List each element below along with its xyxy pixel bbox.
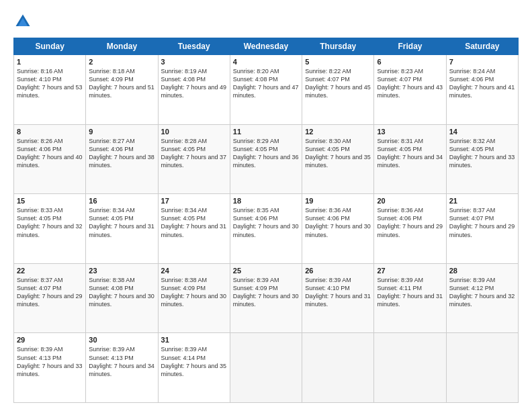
- day-info: Sunrise: 8:30 AMSunset: 4:05 PMDaylight:…: [305, 138, 371, 169]
- day-info: Sunrise: 8:19 AMSunset: 4:08 PMDaylight:…: [161, 68, 227, 99]
- day-number: 20: [377, 197, 443, 205]
- day-cell: [374, 333, 446, 403]
- day-info: Sunrise: 8:39 AMSunset: 4:13 PMDaylight:…: [89, 346, 154, 377]
- day-number: 23: [89, 267, 154, 275]
- header-day-thursday: Thursday: [302, 38, 374, 55]
- day-number: 26: [305, 267, 371, 275]
- day-info: Sunrise: 8:33 AMSunset: 4:05 PMDaylight:…: [17, 207, 83, 238]
- day-number: 27: [377, 267, 443, 275]
- day-number: 18: [233, 197, 299, 205]
- day-cell: 17 Sunrise: 8:34 AMSunset: 4:05 PMDaylig…: [158, 194, 230, 264]
- header-day-tuesday: Tuesday: [158, 38, 230, 55]
- day-cell: 31 Sunrise: 8:39 AMSunset: 4:14 PMDaylig…: [158, 333, 230, 403]
- day-number: 7: [449, 58, 515, 66]
- day-info: Sunrise: 8:35 AMSunset: 4:06 PMDaylight:…: [233, 207, 299, 238]
- day-cell: 15 Sunrise: 8:33 AMSunset: 4:05 PMDaylig…: [14, 194, 86, 264]
- day-cell: 2 Sunrise: 8:18 AMSunset: 4:09 PMDayligh…: [86, 55, 158, 125]
- day-cell: 27 Sunrise: 8:39 AMSunset: 4:11 PMDaylig…: [374, 263, 446, 333]
- day-number: 5: [305, 58, 371, 66]
- day-number: 21: [449, 197, 515, 205]
- day-cell: 7 Sunrise: 8:24 AMSunset: 4:06 PMDayligh…: [446, 55, 518, 125]
- day-info: Sunrise: 8:36 AMSunset: 4:06 PMDaylight:…: [377, 207, 443, 238]
- day-info: Sunrise: 8:16 AMSunset: 4:10 PMDaylight:…: [17, 68, 83, 99]
- day-number: 31: [161, 336, 227, 344]
- day-number: 4: [233, 58, 299, 66]
- day-info: Sunrise: 8:29 AMSunset: 4:05 PMDaylight:…: [233, 138, 299, 169]
- day-info: Sunrise: 8:37 AMSunset: 4:07 PMDaylight:…: [17, 277, 83, 308]
- day-cell: 16 Sunrise: 8:34 AMSunset: 4:05 PMDaylig…: [86, 194, 158, 264]
- header-day-wednesday: Wednesday: [230, 38, 302, 55]
- day-cell: 19 Sunrise: 8:36 AMSunset: 4:06 PMDaylig…: [302, 194, 374, 264]
- calendar-table: SundayMondayTuesdayWednesdayThursdayFrid…: [13, 38, 519, 403]
- week-row-3: 15 Sunrise: 8:33 AMSunset: 4:05 PMDaylig…: [14, 194, 519, 264]
- header-day-friday: Friday: [374, 38, 446, 55]
- day-number: 24: [161, 267, 227, 275]
- day-cell: 21 Sunrise: 8:37 AMSunset: 4:07 PMDaylig…: [446, 194, 518, 264]
- header-row: SundayMondayTuesdayWednesdayThursdayFrid…: [14, 38, 519, 55]
- day-info: Sunrise: 8:39 AMSunset: 4:13 PMDaylight:…: [17, 346, 83, 377]
- day-cell: 23 Sunrise: 8:38 AMSunset: 4:08 PMDaylig…: [86, 263, 158, 333]
- day-info: Sunrise: 8:32 AMSunset: 4:05 PMDaylight:…: [449, 138, 515, 169]
- day-info: Sunrise: 8:39 AMSunset: 4:12 PMDaylight:…: [449, 277, 515, 308]
- day-cell: 9 Sunrise: 8:27 AMSunset: 4:06 PMDayligh…: [86, 124, 158, 194]
- day-cell: 6 Sunrise: 8:23 AMSunset: 4:07 PMDayligh…: [374, 55, 446, 125]
- day-info: Sunrise: 8:34 AMSunset: 4:05 PMDaylight:…: [89, 207, 154, 238]
- day-cell: 8 Sunrise: 8:26 AMSunset: 4:06 PMDayligh…: [14, 124, 86, 194]
- day-cell: [230, 333, 302, 403]
- day-number: 1: [17, 58, 83, 66]
- day-info: Sunrise: 8:34 AMSunset: 4:05 PMDaylight:…: [161, 207, 227, 238]
- day-cell: 3 Sunrise: 8:19 AMSunset: 4:08 PMDayligh…: [158, 55, 230, 125]
- day-info: Sunrise: 8:26 AMSunset: 4:06 PMDaylight:…: [17, 138, 83, 169]
- day-number: 12: [305, 128, 371, 136]
- day-number: 17: [161, 197, 227, 205]
- day-cell: [302, 333, 374, 403]
- day-cell: 20 Sunrise: 8:36 AMSunset: 4:06 PMDaylig…: [374, 194, 446, 264]
- day-info: Sunrise: 8:23 AMSunset: 4:07 PMDaylight:…: [377, 68, 443, 99]
- day-cell: 11 Sunrise: 8:29 AMSunset: 4:05 PMDaylig…: [230, 124, 302, 194]
- day-cell: 26 Sunrise: 8:39 AMSunset: 4:10 PMDaylig…: [302, 263, 374, 333]
- day-cell: 25 Sunrise: 8:39 AMSunset: 4:09 PMDaylig…: [230, 263, 302, 333]
- day-number: 6: [377, 58, 443, 66]
- logo-icon: [13, 12, 32, 31]
- day-cell: 18 Sunrise: 8:35 AMSunset: 4:06 PMDaylig…: [230, 194, 302, 264]
- day-cell: 22 Sunrise: 8:37 AMSunset: 4:07 PMDaylig…: [14, 263, 86, 333]
- header-day-sunday: Sunday: [14, 38, 86, 55]
- page: SundayMondayTuesdayWednesdayThursdayFrid…: [0, 0, 532, 411]
- day-info: Sunrise: 8:24 AMSunset: 4:06 PMDaylight:…: [449, 68, 515, 99]
- day-number: 22: [17, 267, 83, 275]
- day-number: 29: [17, 336, 83, 344]
- header: [13, 12, 519, 31]
- day-info: Sunrise: 8:39 AMSunset: 4:09 PMDaylight:…: [233, 277, 299, 308]
- day-number: 8: [17, 128, 83, 136]
- day-cell: 4 Sunrise: 8:20 AMSunset: 4:08 PMDayligh…: [230, 55, 302, 125]
- day-info: Sunrise: 8:39 AMSunset: 4:14 PMDaylight:…: [161, 346, 227, 377]
- day-cell: [446, 333, 518, 403]
- header-day-monday: Monday: [86, 38, 158, 55]
- day-number: 19: [305, 197, 371, 205]
- day-info: Sunrise: 8:39 AMSunset: 4:11 PMDaylight:…: [377, 277, 443, 308]
- day-number: 14: [449, 128, 515, 136]
- day-info: Sunrise: 8:38 AMSunset: 4:09 PMDaylight:…: [161, 277, 227, 308]
- day-cell: 30 Sunrise: 8:39 AMSunset: 4:13 PMDaylig…: [86, 333, 158, 403]
- day-number: 11: [233, 128, 299, 136]
- day-cell: 10 Sunrise: 8:28 AMSunset: 4:05 PMDaylig…: [158, 124, 230, 194]
- week-row-5: 29 Sunrise: 8:39 AMSunset: 4:13 PMDaylig…: [14, 333, 519, 403]
- week-row-4: 22 Sunrise: 8:37 AMSunset: 4:07 PMDaylig…: [14, 263, 519, 333]
- day-info: Sunrise: 8:18 AMSunset: 4:09 PMDaylight:…: [89, 68, 154, 99]
- header-day-saturday: Saturday: [446, 38, 518, 55]
- day-info: Sunrise: 8:31 AMSunset: 4:05 PMDaylight:…: [377, 138, 443, 169]
- day-info: Sunrise: 8:39 AMSunset: 4:10 PMDaylight:…: [305, 277, 371, 308]
- day-number: 3: [161, 58, 227, 66]
- day-cell: 12 Sunrise: 8:30 AMSunset: 4:05 PMDaylig…: [302, 124, 374, 194]
- day-cell: 1 Sunrise: 8:16 AMSunset: 4:10 PMDayligh…: [14, 55, 86, 125]
- day-info: Sunrise: 8:20 AMSunset: 4:08 PMDaylight:…: [233, 68, 299, 99]
- logo: [13, 12, 35, 31]
- day-info: Sunrise: 8:28 AMSunset: 4:05 PMDaylight:…: [161, 138, 227, 169]
- day-info: Sunrise: 8:37 AMSunset: 4:07 PMDaylight:…: [449, 207, 515, 238]
- day-number: 13: [377, 128, 443, 136]
- day-number: 30: [89, 336, 154, 344]
- day-cell: 5 Sunrise: 8:22 AMSunset: 4:07 PMDayligh…: [302, 55, 374, 125]
- day-cell: 28 Sunrise: 8:39 AMSunset: 4:12 PMDaylig…: [446, 263, 518, 333]
- day-cell: 14 Sunrise: 8:32 AMSunset: 4:05 PMDaylig…: [446, 124, 518, 194]
- day-number: 28: [449, 267, 515, 275]
